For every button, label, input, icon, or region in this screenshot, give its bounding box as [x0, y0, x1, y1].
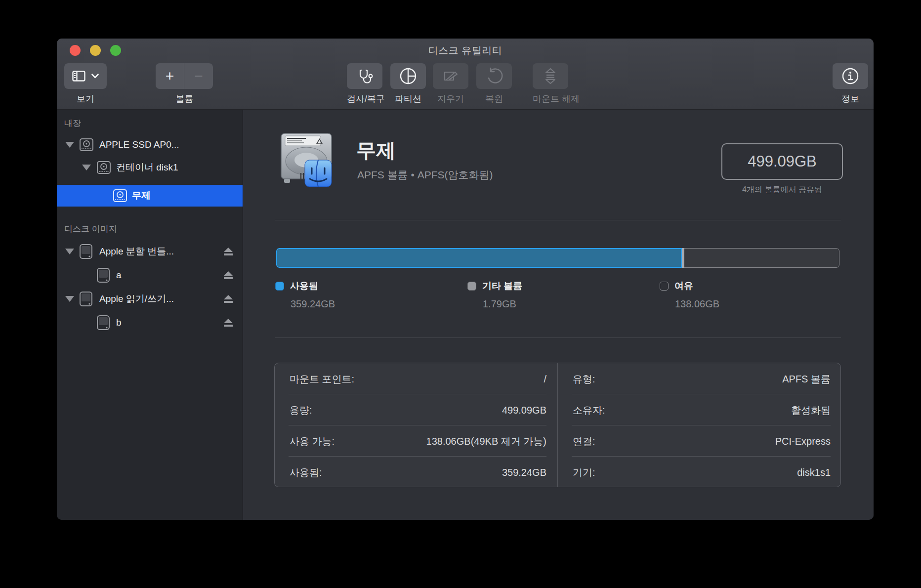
sidebar-section-internal: 내장 — [64, 118, 81, 129]
disclosure-triangle-icon[interactable] — [65, 296, 74, 302]
info-icon — [841, 67, 859, 85]
window-chrome: 디스크 유틸리티 보기 — [57, 39, 874, 110]
disk-image-icon — [79, 244, 93, 259]
volume-details-table: 마운트 포인트: / 용량: 499.09GB 사용 가능: 138.06GB(… — [274, 363, 841, 487]
usage-bar-free-segment — [684, 248, 839, 268]
plus-icon: + — [166, 69, 174, 84]
erase-button[interactable] — [433, 63, 468, 89]
eject-icon[interactable] — [223, 318, 234, 328]
eject-icon[interactable] — [223, 270, 234, 280]
restore-label: 복원 — [476, 93, 512, 105]
first-aid-button[interactable] — [347, 63, 382, 89]
legend-free-value: 138.06GB — [675, 298, 719, 310]
sidebar-section-disk-images: 디스크 이미지 — [64, 223, 117, 235]
detail-row-used: 사용됨: 359.24GB — [275, 457, 557, 488]
volume-subtitle: APFS 볼륨 • APFS(암호화됨) — [357, 168, 493, 182]
info-label: 정보 — [833, 93, 868, 105]
disk-image-icon — [79, 291, 93, 307]
minus-icon: − — [194, 69, 203, 84]
legend-other: 기타 볼륨 — [467, 280, 522, 293]
divider — [275, 337, 841, 338]
divider — [275, 220, 841, 220]
usage-bar-used-segment — [276, 248, 682, 268]
sidebar-item-b[interactable]: b — [57, 312, 243, 333]
free-swatch-icon — [660, 282, 669, 291]
disclosure-triangle-icon[interactable] — [82, 165, 91, 170]
window-title: 디스크 유틸리티 — [57, 44, 874, 57]
volume-segmented-control: + − — [156, 63, 213, 89]
sidebar-item-ssd[interactable]: APPLE SSD AP0... — [57, 134, 243, 155]
remove-volume-button[interactable]: − — [184, 63, 213, 89]
volume-label: 볼륨 — [156, 93, 213, 105]
partition-label: 파티션 — [390, 93, 426, 105]
main-pane: 무제 APFS 볼륨 • APFS(암호화됨) 499.09GB 4개의 볼륨에… — [243, 110, 874, 520]
erase-label: 지우기 — [433, 93, 468, 105]
legend-used: 사용됨 — [275, 280, 318, 293]
detail-row-connection: 연결: PCI-Express — [558, 425, 841, 457]
detail-row-owners: 소유자: 활성화됨 — [558, 394, 841, 425]
used-swatch-icon — [275, 282, 284, 291]
unmount-button[interactable] — [533, 63, 568, 89]
disk-image-icon — [96, 267, 110, 283]
legend-other-value: 1.79GB — [483, 298, 516, 310]
unmount-icon — [543, 67, 558, 85]
volume-drive-icon — [275, 129, 338, 194]
eject-icon[interactable] — [223, 294, 234, 304]
disclosure-triangle-icon[interactable] — [65, 249, 74, 254]
stethoscope-icon — [356, 68, 373, 84]
detail-row-capacity: 용량: 499.09GB — [275, 394, 557, 425]
drive-icon — [96, 161, 111, 174]
info-button[interactable] — [833, 63, 868, 89]
disk-utility-window: 디스크 유틸리티 보기 — [57, 39, 874, 520]
disclosure-triangle-icon[interactable] — [65, 142, 74, 148]
volume-title: 무제 — [356, 137, 396, 164]
detail-row-type: 유형: APFS 볼륨 — [558, 363, 841, 394]
sidebar-item-container[interactable]: 컨테이너 disk1 — [57, 157, 243, 178]
view-button[interactable] — [64, 63, 107, 89]
drive-icon — [113, 189, 127, 203]
total-size-badge: 499.09GB — [721, 143, 843, 180]
pie-chart-icon — [399, 67, 417, 85]
restore-arrow-icon — [485, 67, 503, 85]
sidebar: 내장 APPLE SSD AP0... — [57, 110, 243, 520]
chevron-down-icon — [91, 74, 99, 79]
shared-volumes-note: 4개의 볼륨에서 공유됨 — [721, 185, 843, 195]
add-volume-button[interactable]: + — [156, 63, 184, 89]
unmount-label: 마운트 해제 — [533, 93, 568, 105]
legend-used-value: 359.24GB — [291, 298, 335, 310]
sidebar-item-volume-selected[interactable]: 무제 — [57, 185, 243, 207]
other-swatch-icon — [467, 282, 476, 291]
first-aid-label: 검사/복구 — [347, 93, 382, 105]
detail-row-available: 사용 가능: 138.06GB(49KB 제거 가능) — [275, 425, 557, 457]
sidebar-panel-icon — [72, 71, 85, 82]
erase-icon — [442, 67, 460, 85]
view-label: 보기 — [64, 93, 107, 105]
eject-icon[interactable] — [223, 247, 234, 256]
sidebar-item-rw[interactable]: Apple 읽기/쓰기... — [57, 289, 243, 309]
disk-image-icon — [96, 315, 110, 331]
sidebar-item-bundle[interactable]: Apple 분할 번들... — [57, 241, 243, 262]
detail-row-device: 기기: disk1s1 — [558, 457, 841, 488]
storage-usage-bar — [276, 248, 839, 268]
drive-icon — [79, 138, 94, 152]
sidebar-item-a[interactable]: a — [57, 265, 243, 286]
legend-free: 여유 — [660, 280, 693, 293]
restore-button[interactable] — [476, 63, 512, 89]
partition-button[interactable] — [390, 63, 426, 89]
detail-row-mount-point: 마운트 포인트: / — [275, 363, 557, 394]
